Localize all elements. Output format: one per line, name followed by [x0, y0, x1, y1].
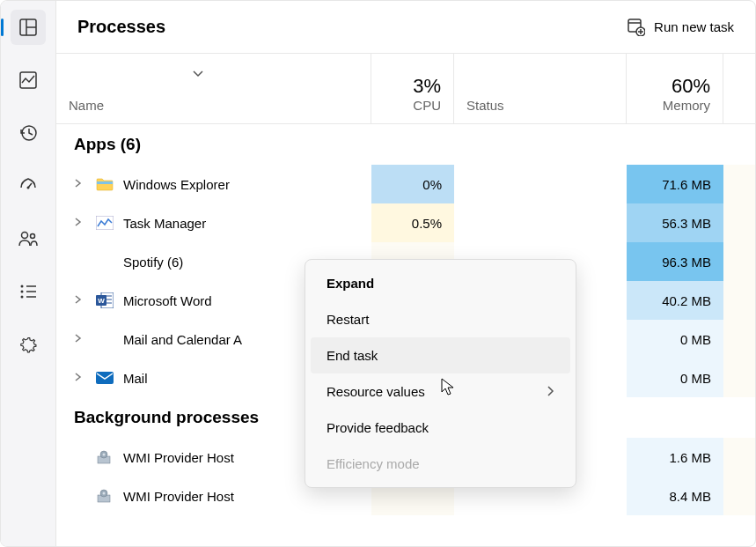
nav-processes[interactable] — [11, 10, 46, 45]
cell-name[interactable]: Windows Explorer — [56, 165, 371, 203]
process-name: Mail and Calendar A — [123, 332, 242, 347]
svg-point-11 — [21, 291, 24, 293]
svg-point-7 — [22, 233, 28, 239]
cell-memory: 0 MB — [627, 320, 723, 359]
col-memory[interactable]: 60% Memory — [627, 54, 723, 123]
svg-point-34 — [103, 492, 106, 495]
menu-item-restart[interactable]: Restart — [311, 301, 570, 337]
chevron-right-icon[interactable] — [74, 294, 86, 307]
process-name: WMI Provider Host — [123, 489, 234, 504]
cell-memory: 0 MB — [627, 359, 723, 397]
col-cpu[interactable]: 3% CPU — [371, 54, 454, 123]
menu-item-provide-feedback[interactable]: Provide feedback — [311, 410, 570, 446]
nav-performance[interactable] — [11, 63, 46, 98]
chevron-right-icon[interactable] — [74, 178, 86, 191]
svg-point-9 — [21, 285, 24, 288]
app-icon — [95, 214, 114, 232]
nav-sidebar — [1, 1, 56, 546]
table-row[interactable]: Task Manager0.5%56.3 MB — [56, 203, 755, 242]
process-name: Windows Explorer — [123, 177, 230, 192]
cell-fill — [723, 281, 755, 320]
nav-users[interactable] — [11, 221, 46, 256]
cell-fill — [723, 359, 755, 397]
run-new-task-button[interactable]: Run new task — [628, 18, 734, 36]
app-icon — [95, 448, 114, 466]
context-menu: ExpandRestartEnd taskResource valuesProv… — [305, 259, 576, 488]
run-task-label: Run new task — [654, 19, 734, 34]
app-icon: W — [95, 292, 114, 309]
cell-status — [454, 165, 627, 203]
col-fill — [723, 54, 755, 123]
process-name: Task Manager — [123, 216, 206, 231]
svg-rect-28 — [96, 372, 114, 384]
cell-memory: 96.3 MB — [627, 242, 723, 281]
cell-fill — [723, 477, 755, 515]
menu-item-label: End task — [327, 348, 378, 363]
table-row[interactable]: Windows Explorer0%71.6 MB — [56, 165, 755, 203]
menu-item-label: Provide feedback — [327, 420, 429, 435]
cell-memory: 56.3 MB — [627, 203, 723, 242]
cell-status — [454, 203, 627, 242]
cell-memory: 40.2 MB — [627, 281, 723, 320]
chevron-right-icon[interactable] — [74, 372, 86, 385]
app-icon — [95, 253, 114, 270]
chevron-right-icon[interactable] — [74, 217, 86, 230]
column-headers: Name 3% CPU Status 60% Memory — [56, 54, 755, 124]
nav-startup[interactable] — [11, 168, 46, 203]
cell-memory: 1.6 MB — [627, 438, 723, 477]
chevron-down-icon — [192, 70, 204, 78]
cell-name[interactable]: Task Manager — [56, 203, 371, 242]
process-name: Spotify (6) — [123, 255, 183, 270]
cell-cpu: 0.5% — [371, 203, 454, 242]
run-task-icon — [628, 18, 645, 36]
users-icon — [18, 230, 38, 248]
svg-point-8 — [31, 234, 35, 239]
nav-details[interactable] — [11, 274, 46, 309]
menu-item-resource-values[interactable]: Resource values — [311, 373, 570, 410]
history-icon — [19, 124, 37, 142]
cell-fill — [723, 438, 755, 477]
menu-item-label: Efficiency mode — [327, 456, 420, 471]
page-title: Processes — [77, 17, 165, 37]
nav-history[interactable] — [11, 115, 46, 151]
menu-item-label: Restart — [327, 312, 369, 327]
group-header: Apps (6) — [56, 124, 755, 165]
services-icon — [19, 336, 37, 353]
app-icon — [95, 175, 114, 193]
svg-text:W: W — [98, 297, 105, 305]
cell-fill — [723, 165, 755, 203]
menu-item-label: Expand — [327, 276, 374, 291]
performance-icon — [19, 71, 37, 89]
app-icon — [95, 487, 114, 505]
cell-fill — [723, 203, 755, 242]
col-name[interactable]: Name — [56, 54, 371, 123]
menu-item-label: Resource values — [327, 384, 425, 399]
process-name: WMI Provider Host — [123, 450, 234, 465]
app-icon — [95, 369, 114, 387]
svg-point-6 — [27, 187, 30, 189]
cell-memory: 71.6 MB — [627, 165, 723, 203]
process-name: Mail — [123, 371, 148, 386]
cell-cpu: 0% — [371, 165, 454, 203]
details-icon — [19, 285, 37, 299]
col-status[interactable]: Status — [454, 54, 627, 123]
nav-services[interactable] — [11, 327, 46, 362]
svg-point-13 — [21, 296, 24, 299]
cell-fill — [723, 320, 755, 359]
chevron-right-icon[interactable] — [74, 333, 86, 346]
svg-point-31 — [103, 454, 106, 456]
cell-fill — [723, 242, 755, 281]
processes-icon — [19, 18, 37, 36]
svg-rect-20 — [97, 181, 113, 184]
app-icon — [95, 330, 114, 348]
chevron-right-icon — [547, 384, 554, 399]
header: Processes Run new task — [56, 1, 755, 54]
cell-memory: 8.4 MB — [627, 477, 723, 515]
menu-item-efficiency-mode: Efficiency mode — [311, 446, 570, 482]
process-name: Microsoft Word — [123, 293, 212, 308]
menu-item-expand[interactable]: Expand — [311, 265, 570, 301]
menu-item-end-task[interactable]: End task — [311, 337, 570, 373]
startup-icon — [18, 177, 38, 195]
